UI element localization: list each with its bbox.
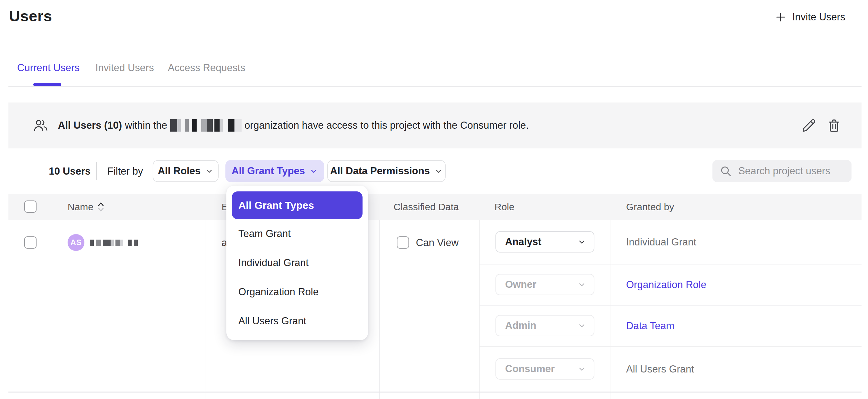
select-all-checkbox[interactable] [24,201,36,213]
chevron-down-icon [578,365,586,373]
user-count: 10 Users [49,165,91,177]
menu-item-organization-role[interactable]: Organization Role [238,286,318,298]
banner-mid-text: within the [125,120,167,131]
role-select-owner: Owner [495,274,594,295]
banner-tail-text: organization have access to this project… [245,120,529,131]
filter-all-roles[interactable]: All Roles [153,160,219,182]
chevron-down-icon [309,167,318,175]
menu-item-all-users-grant[interactable]: All Users Grant [238,315,306,327]
filter-all-data-permissions[interactable]: All Data Permissions [327,160,446,182]
grant-row-divider [479,305,862,306]
can-view-checkbox[interactable] [397,236,409,249]
column-divider [611,220,611,399]
filter-by-label: Filter by [107,165,143,177]
toolbar-divider [96,162,97,180]
grant-row-divider [479,346,862,347]
chevron-down-icon [578,280,586,289]
search-input[interactable] [738,165,845,177]
banner-bold-text: All Users (10) [58,120,122,131]
sort-icon[interactable] [97,201,104,213]
role-select-analyst[interactable]: Analyst [495,231,594,252]
row-checkbox[interactable] [24,236,36,249]
trash-icon [827,118,841,133]
role-label: Analyst [505,236,541,248]
search-icon [719,165,732,177]
redacted-user-name [90,239,138,246]
people-icon [33,119,48,132]
active-tab-indicator [33,83,61,86]
can-view-label: Can View [416,237,459,249]
chevron-down-icon [578,321,586,330]
all-users-banner: All Users (10) within the organization h… [8,102,862,148]
granted-by-value: Individual Grant [626,236,696,248]
invite-users-label: Invite Users [792,11,845,23]
pencil-icon [801,118,816,133]
role-select-consumer: Consumer [495,358,594,379]
row-divider [8,392,862,393]
filter-all-roles-label: All Roles [158,165,201,177]
column-header-granted-by: Granted by [626,202,674,212]
tab-invited-users[interactable]: Invited Users [95,61,154,75]
granted-by-link-organization-role[interactable]: Organization Role [626,279,706,291]
users-page: Users Invite Users Current Users Invited… [0,0,868,399]
menu-item-team-grant[interactable]: Team Grant [238,228,291,240]
name-header-label: Name [68,202,93,212]
column-header-name[interactable]: Name [68,202,93,212]
edit-banner-button[interactable] [801,118,816,133]
search-box [712,160,851,182]
invite-users-button[interactable]: Invite Users [775,8,845,27]
menu-item-individual-grant[interactable]: Individual Grant [238,257,309,269]
delete-banner-button[interactable] [827,118,841,133]
granted-by-value: All Users Grant [626,363,694,375]
granted-by-link-data-team[interactable]: Data Team [626,320,674,332]
role-select-admin: Admin [495,315,594,336]
chevron-down-icon [578,238,586,246]
filter-all-grant-types-label: All Grant Types [231,165,305,177]
column-header-role: Role [494,202,515,212]
chevron-down-icon [205,167,213,175]
role-label: Owner [505,279,536,290]
grant-row-divider [479,264,862,265]
column-divider [479,220,479,399]
tab-current-users[interactable]: Current Users [17,61,80,75]
filter-all-grant-types[interactable]: All Grant Types [225,160,324,182]
tab-access-requests[interactable]: Access Requests [168,61,245,75]
role-label: Consumer [505,363,555,375]
banner-text: All Users (10) within the organization h… [58,119,532,132]
column-divider [205,220,205,399]
grant-types-dropdown-menu: All Grant Types Team Grant Individual Gr… [226,186,368,340]
plus-icon [775,11,786,23]
tabs-divider [8,86,862,87]
avatar: AS [68,234,84,251]
redacted-org-name [170,119,242,132]
page-title: Users [9,7,52,25]
filter-all-data-permissions-label: All Data Permissions [330,165,430,177]
column-divider [379,220,380,399]
column-header-classified-data: Classified Data [394,202,459,212]
menu-item-all-grant-types-selected[interactable]: All Grant Types [232,191,363,219]
chevron-down-icon [434,167,443,175]
role-label: Admin [505,320,536,331]
